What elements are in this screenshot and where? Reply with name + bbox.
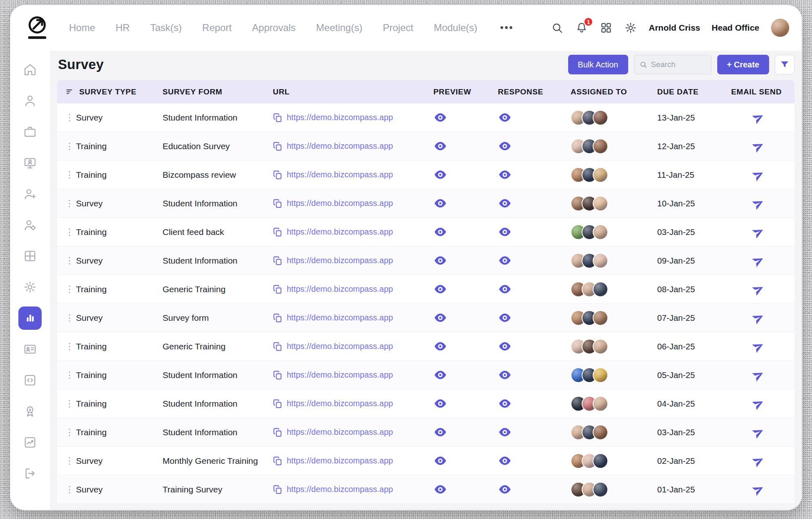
assigned-avatars[interactable] [571, 282, 654, 297]
user-avatar[interactable] [771, 18, 790, 37]
assignee-avatar[interactable] [593, 282, 608, 297]
survey-url-link[interactable]: https://demo.bizcompass.app [287, 427, 393, 437]
assignee-avatar[interactable] [593, 367, 608, 383]
assignee-avatar[interactable] [593, 339, 608, 354]
preview-eye-icon[interactable] [434, 427, 446, 437]
sidebar-idcard-icon[interactable] [10, 333, 50, 365]
drag-handle-icon[interactable]: ⋮ [65, 142, 69, 151]
email-send-icon[interactable] [750, 109, 767, 126]
copy-url-icon[interactable] [273, 342, 283, 351]
assigned-avatars[interactable] [571, 110, 654, 125]
preview-eye-icon[interactable] [434, 399, 446, 408]
survey-url-link[interactable]: https://demo.bizcompass.app [287, 141, 393, 151]
copy-url-icon[interactable] [273, 227, 283, 237]
header-survey-type[interactable]: SURVEY TYPE [57, 87, 159, 96]
search-icon[interactable] [551, 21, 564, 34]
drag-handle-icon[interactable]: ⋮ [65, 342, 69, 351]
more-menu-icon[interactable]: ••• [500, 22, 514, 34]
response-eye-icon[interactable] [499, 313, 511, 322]
email-send-icon[interactable] [750, 309, 767, 326]
drag-handle-icon[interactable]: ⋮ [65, 428, 69, 437]
assignee-avatar[interactable] [593, 482, 608, 497]
app-logo[interactable] [24, 15, 50, 41]
preview-eye-icon[interactable] [434, 113, 446, 122]
search-box[interactable] [634, 55, 712, 74]
assignee-avatar[interactable] [593, 196, 608, 211]
drag-handle-icon[interactable]: ⋮ [65, 485, 69, 494]
survey-url-link[interactable]: https://demo.bizcompass.app [287, 256, 393, 265]
copy-url-icon[interactable] [273, 199, 283, 208]
assignee-avatar[interactable] [593, 167, 608, 183]
nav-item[interactable]: Module(s) [434, 22, 477, 34]
sidebar-modules-icon[interactable] [10, 240, 50, 271]
sidebar-workstation-icon[interactable] [10, 147, 50, 178]
copy-url-icon[interactable] [273, 170, 283, 180]
assigned-avatars[interactable] [571, 224, 654, 240]
email-send-icon[interactable] [750, 138, 767, 154]
nav-item[interactable]: Approvals [252, 22, 296, 34]
sidebar-home-icon[interactable] [10, 54, 50, 85]
copy-url-icon[interactable] [273, 313, 283, 323]
drag-handle-icon[interactable]: ⋮ [65, 113, 69, 122]
nav-item[interactable]: Report [202, 22, 232, 34]
drag-handle-icon[interactable]: ⋮ [65, 256, 69, 265]
filter-button[interactable] [775, 55, 794, 74]
response-eye-icon[interactable] [499, 113, 511, 122]
search-input[interactable] [651, 60, 706, 69]
sidebar-settings-icon[interactable] [10, 271, 50, 302]
preview-eye-icon[interactable] [434, 342, 446, 351]
drag-handle-icon[interactable]: ⋮ [65, 313, 69, 322]
email-send-icon[interactable] [750, 367, 767, 383]
assigned-avatars[interactable] [571, 367, 654, 383]
drag-handle-icon[interactable]: ⋮ [65, 399, 69, 408]
response-eye-icon[interactable] [499, 141, 511, 151]
response-eye-icon[interactable] [499, 485, 511, 494]
assignee-avatar[interactable] [593, 453, 608, 469]
user-name[interactable]: Arnold Criss [649, 23, 700, 33]
sidebar-employees-icon[interactable] [10, 85, 50, 116]
sidebar-rewards-icon[interactable] [10, 396, 50, 427]
sidebar-logout-icon[interactable] [10, 458, 50, 489]
survey-url-link[interactable]: https://demo.bizcompass.app [287, 399, 393, 408]
drag-handle-icon[interactable]: ⋮ [65, 371, 69, 380]
assigned-avatars[interactable] [571, 310, 654, 326]
create-button[interactable]: + Create [717, 55, 770, 74]
assigned-avatars[interactable] [571, 482, 654, 497]
email-send-icon[interactable] [750, 338, 767, 355]
assignee-avatar[interactable] [593, 139, 608, 154]
preview-eye-icon[interactable] [434, 284, 446, 294]
drag-handle-icon[interactable]: ⋮ [65, 170, 69, 179]
copy-url-icon[interactable] [273, 284, 283, 294]
sidebar-code-icon[interactable] [10, 365, 50, 396]
response-eye-icon[interactable] [499, 456, 511, 465]
response-eye-icon[interactable] [499, 227, 511, 237]
copy-url-icon[interactable] [273, 485, 283, 494]
survey-url-link[interactable]: https://demo.bizcompass.app [287, 284, 393, 294]
assignee-avatar[interactable] [593, 110, 608, 125]
drag-handle-icon[interactable]: ⋮ [65, 228, 69, 237]
sidebar-analytics-icon[interactable] [10, 427, 50, 458]
sidebar-briefcase-icon[interactable] [10, 116, 50, 147]
preview-eye-icon[interactable] [434, 456, 446, 465]
copy-url-icon[interactable] [273, 370, 283, 380]
office-selector[interactable]: Head Office [712, 23, 759, 33]
email-send-icon[interactable] [750, 224, 767, 240]
apps-grid-icon[interactable] [600, 21, 613, 34]
preview-eye-icon[interactable] [434, 141, 446, 151]
response-eye-icon[interactable] [499, 284, 511, 294]
sidebar-survey-reports-icon-active[interactable] [10, 302, 50, 333]
copy-url-icon[interactable] [273, 141, 283, 151]
assignee-avatar[interactable] [593, 425, 608, 440]
copy-url-icon[interactable] [273, 427, 283, 437]
email-send-icon[interactable] [750, 452, 767, 469]
copy-url-icon[interactable] [273, 113, 283, 123]
response-eye-icon[interactable] [499, 399, 511, 408]
nav-item[interactable]: Task(s) [150, 22, 182, 34]
preview-eye-icon[interactable] [434, 227, 446, 237]
assigned-avatars[interactable] [571, 339, 654, 354]
assigned-avatars[interactable] [571, 196, 654, 211]
survey-url-link[interactable]: https://demo.bizcompass.app [287, 113, 393, 122]
response-eye-icon[interactable] [499, 427, 511, 437]
copy-url-icon[interactable] [273, 456, 283, 466]
survey-url-link[interactable]: https://demo.bizcompass.app [287, 170, 393, 179]
